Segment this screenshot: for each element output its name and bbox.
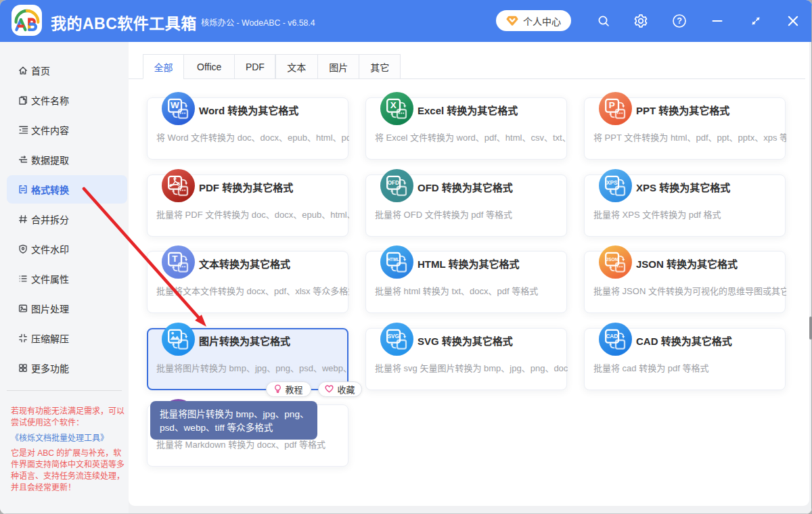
- svg-text:P: P: [609, 100, 615, 110]
- svg-text:?: ?: [677, 16, 682, 26]
- svg-text:X: X: [390, 100, 397, 110]
- svg-text:HTML: HTML: [387, 257, 399, 262]
- svg-text:W: W: [171, 100, 179, 110]
- svg-text:CAD: CAD: [606, 333, 618, 339]
- svg-text:JSON: JSON: [606, 257, 618, 262]
- svg-text:SVG: SVG: [388, 333, 399, 339]
- svg-text:OFD: OFD: [388, 179, 399, 185]
- svg-text:XPS: XPS: [606, 179, 618, 185]
